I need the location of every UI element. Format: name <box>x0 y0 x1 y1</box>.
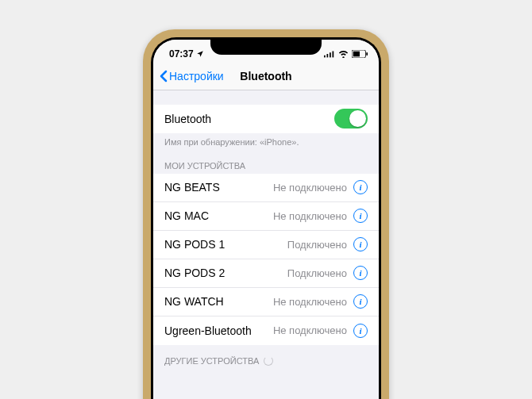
spinner-icon <box>264 356 273 366</box>
spacer <box>153 90 379 105</box>
device-row[interactable]: NG PODS 2 Подключено i <box>153 259 379 288</box>
svg-rect-2 <box>330 52 331 57</box>
status-left: 07:37 <box>169 48 204 59</box>
battery-icon <box>352 50 368 58</box>
back-label: Настройки <box>169 70 224 82</box>
device-status: Не подключено <box>273 324 347 336</box>
bluetooth-label: Bluetooth <box>164 113 211 125</box>
svg-rect-5 <box>353 51 360 56</box>
device-status: Не подключено <box>273 296 347 308</box>
device-name: Ugreen-Bluetooth <box>164 324 252 337</box>
device-row[interactable]: Ugreen-Bluetooth Не подключено i <box>153 317 379 345</box>
device-row[interactable]: NG MAC Не подключено i <box>153 202 379 231</box>
svg-rect-6 <box>366 52 368 55</box>
nav-bar: Настройки Bluetooth <box>153 63 379 90</box>
device-name: NG BEATS <box>164 181 220 194</box>
bluetooth-toggle[interactable] <box>334 109 368 129</box>
nav-title: Bluetooth <box>240 70 291 82</box>
screen: 07:37 Настройки Bluetooth <box>153 40 379 400</box>
bluetooth-toggle-group: Bluetooth <box>153 105 379 133</box>
device-row[interactable]: NG WATCH Не подключено i <box>153 288 379 317</box>
device-status: Не подключено <box>273 182 347 194</box>
status-time: 07:37 <box>169 48 194 59</box>
back-button[interactable]: Настройки <box>160 70 224 82</box>
device-name: NG PODS 1 <box>164 238 225 251</box>
wifi-icon <box>338 50 349 58</box>
info-icon[interactable]: i <box>353 294 368 309</box>
info-icon[interactable]: i <box>353 266 368 280</box>
content: Bluetooth Имя при обнаружении: «iPhone».… <box>153 90 379 369</box>
my-devices-header: МОИ УСТРОЙСТВА <box>153 150 379 174</box>
location-icon <box>196 50 204 58</box>
device-name: NG MAC <box>164 209 209 222</box>
device-name: NG WATCH <box>164 295 224 308</box>
other-devices-header: ДРУГИЕ УСТРОЙСТВА <box>153 345 379 369</box>
device-status: Не подключено <box>273 210 347 222</box>
notch <box>210 37 322 55</box>
phone-frame: 07:37 Настройки Bluetooth <box>143 29 389 400</box>
chevron-left-icon <box>160 70 168 82</box>
svg-rect-3 <box>333 51 334 57</box>
device-row[interactable]: NG BEATS Не подключено i <box>153 174 379 202</box>
device-name: NG PODS 2 <box>164 267 225 279</box>
svg-rect-0 <box>324 55 326 57</box>
discovery-note: Имя при обнаружении: «iPhone». <box>153 133 379 150</box>
svg-rect-1 <box>327 54 329 57</box>
device-row[interactable]: NG PODS 1 Подключено i <box>153 231 379 259</box>
phone-bezel: 07:37 Настройки Bluetooth <box>151 37 381 400</box>
bluetooth-toggle-row[interactable]: Bluetooth <box>153 105 379 133</box>
info-icon[interactable]: i <box>353 209 368 223</box>
other-devices-label: ДРУГИЕ УСТРОЙСТВА <box>164 356 259 366</box>
device-status: Подключено <box>287 239 347 251</box>
my-devices-list: NG BEATS Не подключено i NG MAC Не подкл… <box>153 174 379 345</box>
info-icon[interactable]: i <box>353 324 368 338</box>
cellular-icon <box>324 50 335 58</box>
status-right <box>324 50 368 58</box>
info-icon[interactable]: i <box>353 180 368 194</box>
info-icon[interactable]: i <box>353 237 368 251</box>
device-status: Подключено <box>287 267 347 279</box>
